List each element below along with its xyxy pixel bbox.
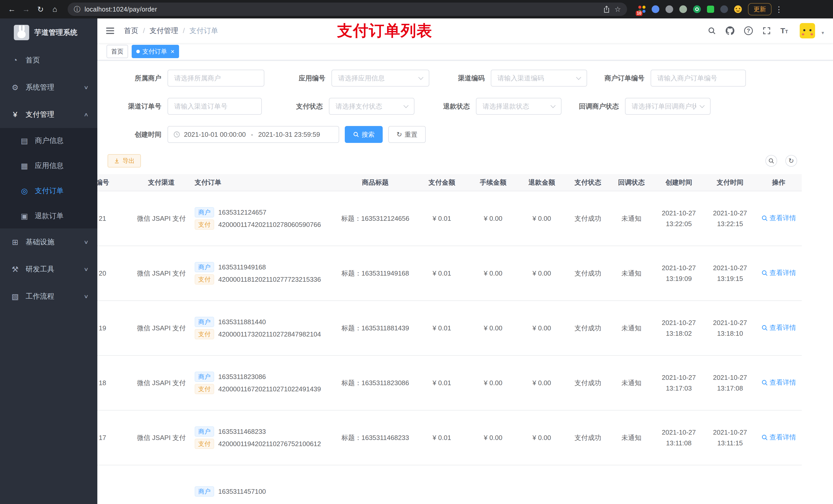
share-icon[interactable] (603, 5, 611, 13)
chevron-down-icon (418, 75, 423, 80)
help-icon[interactable]: ? (744, 26, 753, 35)
browser-menu-icon[interactable]: ⋮ (772, 5, 785, 14)
fee-amount: ¥ 0.00 (469, 356, 518, 410)
avatar[interactable] (800, 23, 815, 39)
extension-icon[interactable] (734, 5, 742, 13)
extension-icon[interactable] (665, 5, 673, 13)
channel-order-no-input[interactable] (168, 98, 262, 115)
refund-amount: ¥ 0.00 (518, 410, 566, 465)
payment-submenu: ▤ 商户信息 ▦ 应用信息 ◎ 支付订单 ▣ 退款订单 (0, 128, 97, 229)
col-fee: 手续金额 (469, 174, 518, 191)
sidebar-item-workflow[interactable]: ▧ 工作流程 ∨ (0, 283, 97, 310)
breadcrumb-home[interactable]: 首页 (124, 26, 138, 35)
refresh-table-icon[interactable]: ↻ (785, 155, 797, 167)
fee-amount: ¥ 0.00 (469, 410, 518, 465)
reset-button[interactable]: ↻ 重置 (388, 126, 426, 143)
tools-icon: ⚒ (11, 265, 20, 274)
font-size-icon[interactable]: TT (781, 27, 788, 34)
toggle-search-icon[interactable] (765, 155, 777, 167)
sidebar-item-refund-order[interactable]: ▣ 退款订单 (0, 203, 97, 229)
date-end[interactable]: 2021-10-31 23:59:59 (258, 130, 320, 139)
app-select[interactable]: 请选择应用信息 (331, 70, 429, 87)
bookmark-star-icon[interactable]: ☆ (615, 5, 621, 14)
browser-forward-icon[interactable]: → (20, 3, 33, 15)
url-bar[interactable]: ⓘ localhost:1024/pay/order ☆ (68, 3, 627, 16)
extension-icon[interactable] (652, 5, 659, 13)
pay-status: 支付成功 (566, 246, 610, 301)
view-detail-link[interactable]: 查看详情 (761, 323, 796, 332)
view-detail-link[interactable]: 查看详情 (761, 214, 796, 222)
breadcrumb: 首页 / 支付管理 / 支付订单 (124, 26, 218, 35)
pay-order-cell: 商户 1635311881440 支付 42000011732021102728… (190, 301, 336, 356)
github-icon[interactable] (726, 26, 734, 35)
extension-icon[interactable] (693, 5, 701, 13)
table-row: 18 微信 JSAPI 支付 商户 1635311823086 支付 42000… (97, 356, 802, 410)
create-time: 2021-10-27 13:19:09 (653, 246, 705, 301)
notify-status: 未通知 (610, 191, 653, 246)
search-icon[interactable] (708, 27, 716, 35)
pay-order-no: 4200001167202110271022491439 (218, 385, 321, 393)
sidebar-item-pay-order[interactable]: ◎ 支付订单 (0, 178, 97, 203)
col-refund: 退款金额 (518, 174, 566, 191)
view-detail-link[interactable]: 查看详情 (761, 433, 796, 442)
extension-icon[interactable] (707, 6, 714, 13)
create-time-range-picker[interactable]: 2021-10-01 00:00:00 - 2021-10-31 23:59:5… (168, 126, 339, 143)
page-annotation: 支付订单列表 (337, 21, 432, 41)
notify-status-select[interactable]: 请选择订单回调商户状态 (625, 98, 711, 115)
table-row: 17 微信 JSAPI 支付 商户 1635311468233 支付 42000… (97, 410, 802, 465)
pay-order-no: 4200001174202110278060590766 (218, 221, 321, 229)
tab-home[interactable]: 首页 (106, 45, 128, 58)
extension-icon[interactable]: 10 (638, 6, 645, 13)
pay-channel: 微信 JSAPI 支付 (133, 356, 190, 410)
refund-status-select[interactable]: 请选择退款状态 (476, 98, 562, 115)
sidebar-item-payment[interactable]: ¥ 支付管理 ∧ (0, 101, 97, 128)
refund-amount (518, 465, 566, 504)
fullscreen-icon[interactable] (763, 27, 771, 35)
browser-back-icon[interactable]: ← (5, 3, 19, 15)
tab-pay-order[interactable]: 支付订单 × (132, 45, 179, 58)
chrome-update-button[interactable]: 更新 (748, 3, 771, 15)
app-grid-icon: ▦ (20, 161, 29, 170)
pay-amount: ¥ 0.01 (415, 356, 469, 410)
gear-icon: ⚙ (11, 83, 20, 92)
monitor-icon: ⊞ (11, 238, 20, 247)
page-content: 所属商户 应用编号 请选择应用信息 渠道编码 请输入渠道编码 商户订单编号 渠道… (97, 61, 833, 504)
filter-row-2: 渠道订单号 支付状态 请选择支付状态 退款状态 请选择退款状态 回调商户状态 请… (108, 98, 823, 115)
browser-reload-icon[interactable]: ↻ (34, 3, 47, 15)
extension-icon[interactable] (720, 5, 728, 13)
sidebar-item-home[interactable]: ◔ 首页 (0, 47, 97, 74)
export-button[interactable]: 导出 (108, 154, 141, 167)
browser-home-icon[interactable]: ⌂ (48, 3, 62, 15)
date-start[interactable]: 2021-10-01 00:00:00 (184, 130, 246, 139)
col-order: 支付订单 (190, 174, 336, 191)
site-info-icon[interactable]: ⓘ (74, 5, 80, 14)
caret-down-icon[interactable]: ▼ (821, 31, 825, 39)
extension-icon[interactable] (679, 5, 687, 13)
sidebar-item-app-info[interactable]: ▦ 应用信息 (0, 153, 97, 178)
search-button[interactable]: 搜索 (345, 126, 383, 143)
sidebar-item-infrastructure[interactable]: ⊞ 基础设施 ∨ (0, 229, 97, 256)
pay-status: 支付成功 (566, 356, 610, 410)
merchant-select[interactable] (168, 70, 264, 87)
pay-amount (415, 465, 469, 504)
close-icon[interactable]: × (171, 48, 174, 55)
sidebar-toggle-icon[interactable] (105, 26, 115, 35)
breadcrumb-pay-manage[interactable]: 支付管理 (149, 26, 178, 35)
fee-amount: ¥ 0.00 (469, 191, 518, 246)
product-title: 标题：1635312124656 (336, 191, 415, 246)
sidebar-item-merchant-info[interactable]: ▤ 商户信息 (0, 128, 97, 153)
refund-amount: ¥ 0.00 (518, 301, 566, 356)
sidebar-item-dev-tools[interactable]: ⚒ 研发工具 ∨ (0, 256, 97, 283)
table-header-row: 编号 支付渠道 支付订单 商品标题 支付金额 手续金额 退款金额 支付状态 回调… (97, 174, 802, 191)
sidebar-item-system[interactable]: ⚙ 系统管理 ∨ (0, 74, 97, 101)
pay-tag: 支付 (195, 384, 214, 394)
chevron-down-icon: ∨ (84, 239, 89, 245)
app-logo[interactable]: 芋道管理系统 (0, 19, 97, 47)
date-separator: - (251, 130, 253, 139)
view-detail-link[interactable]: 查看详情 (761, 378, 796, 387)
channel-code-select[interactable]: 请输入渠道编码 (491, 70, 587, 87)
merchant-order-no-input[interactable] (651, 70, 746, 87)
view-detail-link[interactable]: 查看详情 (761, 268, 796, 278)
pay-status-select[interactable]: 请选择支付状态 (329, 98, 414, 115)
filter-label-merchant: 所属商户 (108, 74, 168, 83)
